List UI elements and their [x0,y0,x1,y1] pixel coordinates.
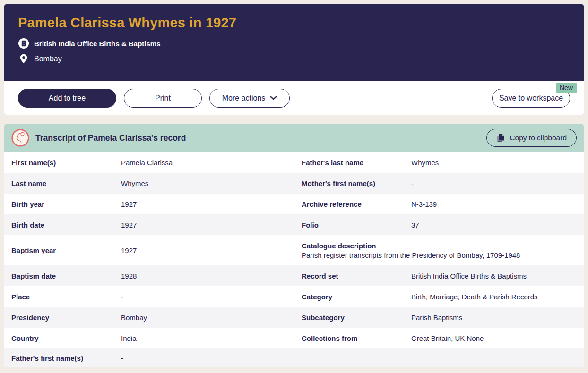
field-folio: Folio 37 [294,214,584,235]
record-set-line: British India Office Births & Baptisms [18,38,570,49]
table-row: First name(s) Pamela Clarissa Father's l… [4,152,584,173]
table-row: Country India Collections from Great Bri… [4,328,584,348]
more-actions-label: More actions [222,94,266,102]
field-presidency: Presidency Bombay [4,307,294,328]
transcript-card: Transcript of Pamela Clarissa's record C… [4,124,584,367]
table-row: Baptism date 1928 Record set British Ind… [4,265,584,286]
field-birth-date: Birth date 1927 [4,214,294,235]
table-row: Birth date 1927 Folio 37 [4,214,584,235]
field-first-names: First name(s) Pamela Clarissa [4,152,294,173]
add-to-tree-button[interactable]: Add to tree [18,89,116,108]
record-set-label: British India Office Births & Baptisms [34,40,161,48]
field-mothers-first-names: Mother's first name(s) - [294,173,584,194]
field-last-name: Last name Whymes [4,173,294,194]
record-hero: Pamela Clarissa Whymes in 1927 British I… [4,4,584,81]
field-empty [294,348,584,367]
record-header-card: Pamela Clarissa Whymes in 1927 British I… [4,4,584,115]
field-baptism-date: Baptism date 1928 [4,265,294,286]
page-title: Pamela Clarissa Whymes in 1927 [18,15,570,31]
table-row: Baptism year 1927 Catalogue description … [4,235,584,265]
table-row: Presidency Bombay Subcategory Parish Bap… [4,307,584,328]
field-subcategory: Subcategory Parish Baptisms [294,307,584,328]
field-collections-from: Collections from Great Britain, UK None [294,328,584,348]
transcript-header: Transcript of Pamela Clarissa's record C… [4,124,584,152]
table-row: Father's first name(s) - [4,348,584,367]
table-row: Place - Category Birth, Marriage, Death … [4,286,584,307]
location-label: Bombay [34,55,62,63]
field-birth-year: Birth year 1927 [4,194,294,214]
table-row: Last name Whymes Mother's first name(s) … [4,173,584,194]
copy-icon [496,133,505,143]
field-catalogue-description: Catalogue description Parish register tr… [294,235,584,265]
location-line: Bombay [18,54,570,64]
field-category: Category Birth, Marriage, Death & Parish… [294,286,584,307]
field-place: Place - [4,286,294,307]
transcript-title: Transcript of Pamela Clarissa's record [35,133,186,143]
copy-to-clipboard-button[interactable]: Copy to clipboard [486,129,577,147]
portrait-icon [11,129,29,147]
copy-to-clipboard-label: Copy to clipboard [510,134,567,142]
actions-bar: Add to tree Print More actions New Save … [4,81,584,115]
new-badge: New [556,83,577,93]
field-baptism-year: Baptism year 1927 [4,235,294,265]
page: Pamela Clarissa Whymes in 1927 British I… [0,0,588,373]
field-fathers-last-name: Father's last name Whymes [294,152,584,173]
field-archive-reference: Archive reference N-3-139 [294,194,584,214]
transcript-table: First name(s) Pamela Clarissa Father's l… [4,152,584,367]
field-country: Country India [4,328,294,348]
table-row: Birth year 1927 Archive reference N-3-13… [4,194,584,214]
field-fathers-first-names: Father's first name(s) - [4,348,294,367]
chevron-down-icon [270,96,277,101]
location-pin-icon [18,54,29,64]
more-actions-button[interactable]: More actions [209,89,290,108]
save-to-workspace-wrap: New Save to workspace [492,89,570,108]
field-record-set: Record set British India Office Births &… [294,265,584,286]
record-set-icon [18,38,29,49]
print-button[interactable]: Print [124,89,202,108]
